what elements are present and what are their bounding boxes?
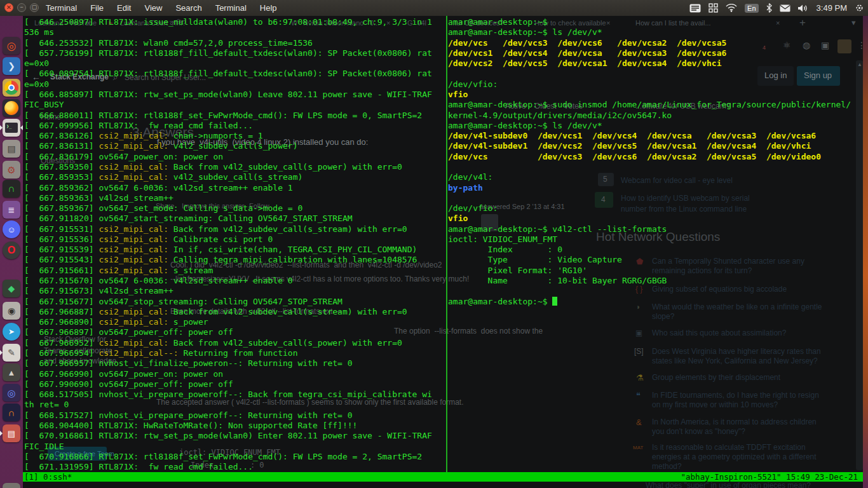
- kernel-log-line: [ 667.859363] v4l2sd_stream++: [24, 193, 432, 203]
- window-close-button[interactable]: ✕: [4, 3, 13, 12]
- kernel-log-line: [ 667.966952] csi2_mipi_cal: Back from v…: [24, 338, 432, 348]
- launcher-headset-app-icon[interactable]: ∩: [3, 180, 20, 198]
- global-menu: TerminalFileEditViewSearchTerminalHelp: [46, 0, 290, 16]
- launcher-inkscape-icon[interactable]: ▲: [3, 363, 20, 381]
- bluetooth-icon[interactable]: [766, 3, 772, 13]
- launcher-file-manager-icon[interactable]: ▤: [3, 140, 20, 158]
- volume-icon[interactable]: [798, 4, 809, 13]
- kernel-log-line: e=0x0: [24, 79, 432, 90]
- kernel-log-line: [ 667.966887] csi2_mipi_cal: Back from v…: [24, 307, 432, 317]
- launcher-firefox-icon[interactable]: [3, 99, 20, 117]
- tmux-pane-divider[interactable]: [446, 16, 447, 472]
- menu-file[interactable]: File: [90, 0, 104, 16]
- window-maximize-button[interactable]: ▢: [30, 3, 39, 12]
- tmux-session-window-list[interactable]: [1] 0:ssh*: [24, 472, 72, 482]
- kernel-log-line: [ 667.915673] v4l2sd_stream++: [24, 286, 432, 296]
- mail-icon[interactable]: [780, 4, 790, 12]
- menu-terminal[interactable]: Terminal: [46, 0, 77, 16]
- launcher-gem-app-icon[interactable]: ◆: [3, 280, 20, 297]
- kernel-log-line: FIC_BUSY: [24, 100, 432, 110]
- running-app-arrow: [0, 431, 3, 436]
- shell-prompt-line: amar@amar-desktop:~$: [448, 297, 851, 307]
- launcher-trash-icon[interactable]: ▯: [3, 483, 20, 488]
- tmux-right-pane-shell[interactable]: amar@amar-desktop:~$amar@amar-desktop:~$…: [448, 17, 851, 307]
- launcher-text-editor-icon[interactable]: ✎: [3, 344, 20, 362]
- launcher-system-settings-icon[interactable]: ⚙: [3, 161, 20, 179]
- shell-line: amar@amar-desktop:~$: [448, 17, 851, 27]
- launcher-opera-icon[interactable]: O: [3, 241, 20, 259]
- kernel-log-line: FIC_IDLE: [24, 442, 432, 452]
- kernel-log-line: [ 667.099956] RTL871X: fw read cmd faile…: [24, 121, 432, 131]
- launcher-camera-app-icon[interactable]: ◉: [3, 302, 20, 320]
- shell-line: vfio: [448, 214, 851, 224]
- keyboard-layout-indicator[interactable]: En: [745, 4, 758, 13]
- kernel-log-line: [ 667.836179] ov5647_power_on: power on: [24, 152, 432, 162]
- kernel-log-line: [ 667.966890] csi2_mipi_cal: s_power: [24, 317, 432, 327]
- shell-line: /dev/v4l-subdev1 /dev/vcs2 /dev/vcs5 /de…: [448, 141, 851, 151]
- shell-line: /dev/v4l-subdev0 /dev/vcs1 /dev/vcs4 /de…: [448, 131, 851, 141]
- kernel-log-line: [ 667.915677] ov5647_stop_streaming: Cal…: [24, 297, 432, 307]
- shell-line: amar@amar-desktop:~$ sudo insmod /home/a…: [448, 100, 851, 110]
- launcher-document-app-icon[interactable]: ▤: [3, 424, 20, 442]
- kernel-log-line: [ 668.517527] nvhost_vi_prepare_poweroff…: [24, 410, 432, 421]
- kernel-log-line: [ 646.253532] RTL871X: wlan0 cmd=57,2,0 …: [24, 38, 432, 48]
- kernel-log-line: [ 667.836131] csi2_mipi_cal: v4l2_subdev…: [24, 141, 432, 151]
- kernel-log-line: [ 668.904400] RTL871X: HwRateToMRate(): …: [24, 421, 432, 431]
- launcher-circles-app-icon[interactable]: ◎: [3, 384, 20, 402]
- wifi-icon[interactable]: [726, 4, 737, 12]
- tmux-hostname-clock: "abhay-Inspiron-5521" 15:49 23-Dec-21: [681, 472, 858, 482]
- kernel-log-line: [ 666.886011] RTL871X: rtl8188f_set_FwPw…: [24, 111, 432, 121]
- launcher-telegram-icon[interactable]: ➤: [3, 323, 20, 341]
- files-indicator-icon[interactable]: [689, 4, 701, 13]
- menu-edit[interactable]: Edit: [117, 0, 131, 16]
- shell-line: ioctl: VIDIOC_ENUM_FMT: [448, 234, 851, 245]
- shell-line: /dev/vcs /dev/vcs3 /dev/vcs6 /dev/vcsa2 …: [448, 38, 851, 48]
- kernel-log-line: [ 667.966954] csi2_mipi_cal--: Returning…: [24, 348, 432, 358]
- menu-help[interactable]: Help: [260, 0, 277, 16]
- workspace-grid-icon[interactable]: [709, 3, 718, 13]
- shell-line: amar@amar-desktop:~$ ls /dev/v*: [448, 27, 851, 37]
- session-gear-icon[interactable]: [855, 3, 864, 13]
- launcher-terminal-icon[interactable]: ❯_: [3, 119, 20, 137]
- kernel-log-line: [ 667.859367] ov5647_set_mode: Calling s…: [24, 203, 432, 214]
- kernel-log-line: [ 667.915670] ov5647 6-0036: v4l2sd_stre…: [24, 276, 432, 286]
- menu-terminal[interactable]: Terminal: [215, 0, 247, 16]
- kernel-log-line: [ 667.915661] csi2_mipi_cal: s_stream: [24, 266, 432, 276]
- kernel-log-line: [ 667.859353] csi2_mipi_cal: v4l2_subdev…: [24, 172, 432, 182]
- kernel-log-line: [ 667.836126] csi2_mipi_cal: chan->numpo…: [24, 131, 432, 141]
- running-app-arrow: [0, 125, 3, 130]
- shell-line: Name : 10-bit Bayer RGRG/GBGB: [448, 276, 851, 286]
- launcher-purple-terminal-app-icon[interactable]: ≣: [3, 201, 20, 219]
- kernel-log-line: [ 660.089754] RTL871X: rtl8188f_fill_def…: [24, 69, 432, 79]
- launcher-discord-icon[interactable]: ☺: [3, 220, 20, 238]
- kernel-log-line: [ 667.915543] csi2_mipi_cal: Calling teg…: [24, 255, 432, 265]
- kernel-log-line: [ 666.885897] RTL871X: rtw_set_ps_mode(w…: [24, 90, 432, 100]
- kernel-log-line: th ret= 0: [24, 400, 432, 410]
- clock[interactable]: 3:49 PM: [817, 3, 847, 13]
- shell-line: [448, 193, 851, 203]
- terminal-window[interactable]: Ludhiana - YouTube×▶Ludhiana Court कांति…: [23, 16, 863, 488]
- shell-line: Index : 0: [448, 245, 851, 255]
- kernel-log-line: [ 667.859362] ov5647 6-0036: v4l2sd_stre…: [24, 183, 432, 193]
- indicator-area: En 3:49 PM: [689, 0, 864, 16]
- kernel-log-line: e=0x0: [24, 58, 432, 69]
- shell-line: [448, 69, 851, 79]
- shell-line: /dev/vcs1 /dev/vcs4 /dev/vcsa /dev/vcsa3…: [448, 48, 851, 58]
- shell-line: [448, 286, 851, 296]
- kernel-log-line: [ 671.131959] RTL871X: fw read cmd faile…: [24, 462, 432, 472]
- menu-view[interactable]: View: [144, 0, 162, 16]
- launcher-chrome-icon[interactable]: [3, 79, 20, 97]
- shell-line: vfio: [448, 90, 851, 100]
- shell-line: [448, 162, 851, 172]
- kernel-log-line: [ 667.915536] csi2_mipi_cal: Calibrate c…: [24, 234, 432, 245]
- menu-search[interactable]: Search: [175, 0, 201, 16]
- launcher-vscode-icon[interactable]: ❯: [3, 57, 20, 75]
- kernel-log-line: [ 667.915531] csi2_mipi_cal: Back from v…: [24, 224, 432, 234]
- kernel-log-line: [ 667.966957] nvhost_vi_finalize_poweron…: [24, 358, 432, 369]
- window-minimize-button[interactable]: −: [17, 3, 26, 12]
- tmux-left-pane-dmesg-log[interactable]: [ 646.250897] RTL871X: issue_nulldata(wl…: [24, 17, 432, 472]
- launcher-audacity-icon[interactable]: ∩: [3, 403, 20, 421]
- kernel-log-line: [ 668.517505] nvhost_vi_prepare_poweroff…: [24, 390, 432, 400]
- shell-line: kernel-4.9/output/drivers/media/i2c/ov56…: [448, 111, 851, 121]
- launcher-ubuntu-dash-icon[interactable]: ◎: [3, 37, 20, 55]
